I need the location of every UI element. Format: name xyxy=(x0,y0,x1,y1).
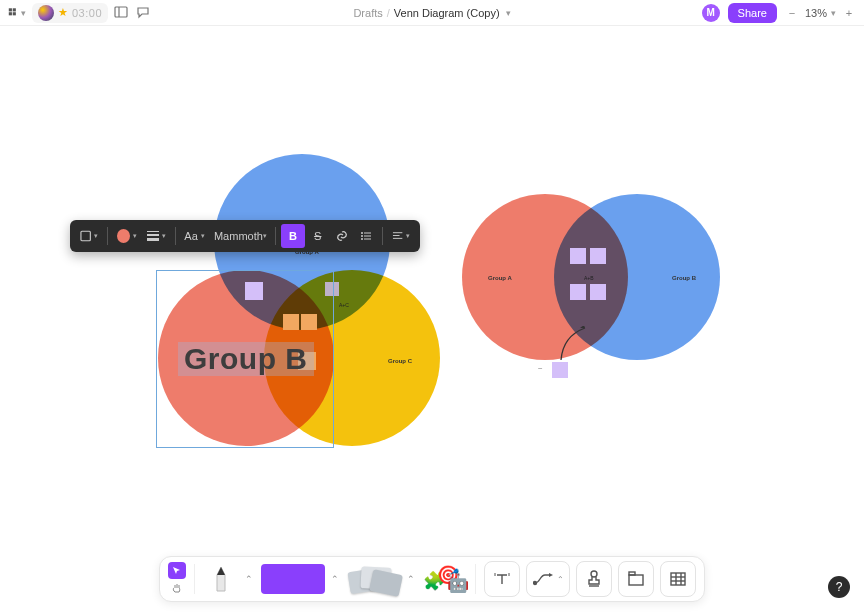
zoom-controls: − 13% ▾ + xyxy=(785,6,856,20)
zoom-dropdown[interactable]: 13% ▾ xyxy=(805,7,836,19)
logo-icon xyxy=(38,5,54,21)
chevron-down-icon[interactable]: ▾ xyxy=(506,8,511,18)
connector-tool-button[interactable]: ⌃ xyxy=(526,561,570,597)
svg-rect-8 xyxy=(364,233,371,234)
svg-rect-2 xyxy=(9,12,12,15)
label-overlap-ac[interactable]: A+C xyxy=(339,302,349,308)
top-toolbar: ▾ ★ 03:00 Drafts / Venn Diagram (Copy) ▾… xyxy=(0,0,864,26)
chevron-down-icon: ▾ xyxy=(201,232,205,240)
chevron-down-icon: ▾ xyxy=(831,8,836,18)
lines-icon xyxy=(147,231,159,241)
svg-rect-6 xyxy=(81,231,90,240)
breadcrumb-filename[interactable]: Venn Diagram (Copy) xyxy=(394,7,500,19)
link-button[interactable] xyxy=(331,224,353,248)
svg-rect-21 xyxy=(671,573,685,585)
svg-rect-4 xyxy=(115,7,127,17)
breadcrumb-separator: / xyxy=(387,7,390,19)
alignment-button[interactable]: ▾ xyxy=(388,224,414,248)
svg-point-11 xyxy=(361,238,363,240)
stroke-width-button[interactable]: ▾ xyxy=(143,224,169,248)
color-swatch-icon xyxy=(117,229,130,243)
chevron-down-icon: ▾ xyxy=(263,232,267,240)
canvas[interactable]: Group A Group C A+C Group B Group A Grou… xyxy=(0,26,864,612)
chevron-down-icon: ▾ xyxy=(21,8,26,18)
svg-rect-10 xyxy=(364,236,371,237)
connector-minus-icon: − xyxy=(538,364,543,373)
zoom-value: 13% xyxy=(805,7,827,19)
fill-color-button[interactable]: ▾ xyxy=(113,224,141,248)
select-tool-button[interactable] xyxy=(168,562,186,579)
text-size-button[interactable]: Aa ▾ xyxy=(181,224,209,248)
dock-pointer-group xyxy=(168,561,186,597)
table-tool-button[interactable] xyxy=(660,561,696,597)
panel-toggle-button[interactable] xyxy=(114,5,130,21)
svg-rect-20 xyxy=(629,572,635,575)
breadcrumb[interactable]: Drafts / Venn Diagram (Copy) ▾ xyxy=(353,7,510,19)
chevron-down-icon: ▾ xyxy=(162,232,166,240)
svg-rect-3 xyxy=(13,12,16,15)
label-group-c[interactable]: Group C xyxy=(388,358,412,364)
text-tool-button[interactable] xyxy=(484,561,520,597)
comment-button[interactable] xyxy=(136,5,152,21)
chevron-down-icon: ▾ xyxy=(133,232,137,240)
hand-tool-button[interactable] xyxy=(168,579,186,596)
pencil-tool-button[interactable] xyxy=(203,561,239,597)
svg-rect-0 xyxy=(9,8,12,11)
stamp-picker-button[interactable]: 🧩 🎯 🤖 xyxy=(423,564,467,594)
sticky-note[interactable] xyxy=(590,284,606,300)
bullet-list-button[interactable] xyxy=(355,224,377,248)
zoom-out-button[interactable]: − xyxy=(785,6,799,20)
timer-value: 03:00 xyxy=(72,7,102,19)
shape-color-swatch[interactable] xyxy=(261,564,325,594)
svg-rect-12 xyxy=(364,239,371,240)
sticky-note[interactable] xyxy=(590,248,606,264)
timer-pill[interactable]: ★ 03:00 xyxy=(32,3,108,23)
svg-point-9 xyxy=(361,235,363,237)
svg-point-16 xyxy=(533,582,536,585)
sticky-note-tool[interactable] xyxy=(347,564,401,594)
chevron-down-icon: ▾ xyxy=(406,232,410,240)
toolbar-right: M Share − 13% ▾ + xyxy=(702,3,856,23)
avatar[interactable]: M xyxy=(702,4,720,22)
toolbar-left: ▾ ★ 03:00 xyxy=(8,3,152,23)
sticky-note[interactable] xyxy=(570,284,586,300)
svg-point-17 xyxy=(591,571,597,577)
share-button[interactable]: Share xyxy=(728,3,777,23)
svg-rect-15 xyxy=(393,238,402,239)
stamp-tool-button[interactable] xyxy=(576,561,612,597)
chevron-up-icon[interactable]: ⌃ xyxy=(557,575,564,584)
chevron-up-icon[interactable]: ⌃ xyxy=(331,574,339,584)
svg-rect-13 xyxy=(393,232,402,233)
label2-group-b[interactable]: Group B xyxy=(672,275,696,281)
pointer-tools xyxy=(168,561,186,597)
chevron-down-icon: ▾ xyxy=(94,232,98,240)
label2-group-a[interactable]: Group A xyxy=(488,275,512,281)
font-family-dropdown[interactable]: Mammoth ▾ xyxy=(210,224,270,248)
breadcrumb-root[interactable]: Drafts xyxy=(353,7,382,19)
bold-button[interactable]: B xyxy=(281,224,304,248)
help-button[interactable]: ? xyxy=(828,576,850,598)
sticky-note[interactable] xyxy=(570,248,586,264)
strikethrough-button[interactable]: S xyxy=(307,224,329,248)
bottom-dock: ⌃ ⌃ ⌃ 🧩 🎯 🤖 ⌃ xyxy=(159,556,705,602)
svg-rect-19 xyxy=(629,575,643,585)
chevron-up-icon[interactable]: ⌃ xyxy=(245,574,253,584)
label2-overlap-ab[interactable]: A+B xyxy=(584,275,594,281)
star-icon: ★ xyxy=(58,6,68,19)
svg-rect-1 xyxy=(13,8,16,11)
shape-tool-button[interactable]: ▾ xyxy=(76,224,102,248)
zoom-in-button[interactable]: + xyxy=(842,6,856,20)
connector-arrow[interactable] xyxy=(555,326,595,366)
chevron-up-icon[interactable]: ⌃ xyxy=(407,574,415,584)
svg-rect-14 xyxy=(393,235,400,236)
section-tool-button[interactable] xyxy=(618,561,654,597)
context-toolbar: ▾ ▾ ▾ Aa ▾ Mammoth ▾ B S xyxy=(70,220,420,252)
main-menu-button[interactable]: ▾ xyxy=(8,4,26,22)
svg-point-7 xyxy=(361,232,363,234)
text-editing[interactable]: Group B xyxy=(178,342,314,376)
